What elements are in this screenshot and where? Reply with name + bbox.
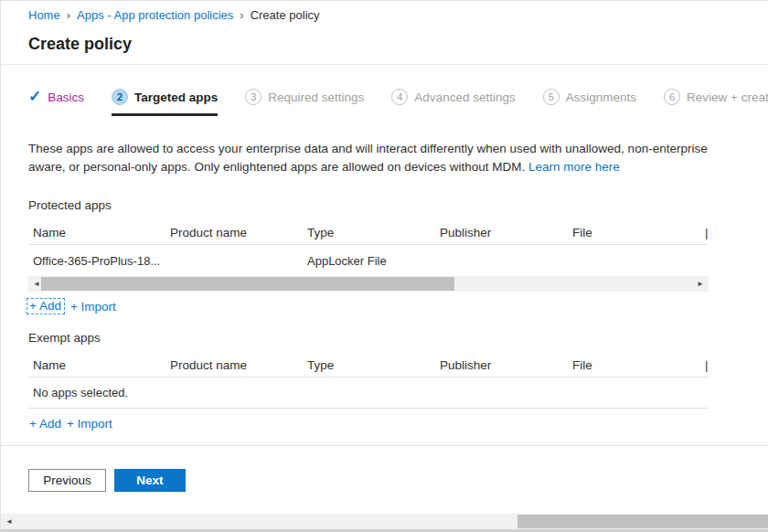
column-header-product-name: Product name: [165, 358, 303, 372]
truncated-column-header: |: [700, 358, 709, 372]
tab-assignments[interactable]: 5 Assignments: [543, 89, 636, 116]
protected-apps-table: Name Product name Type Publisher File | …: [28, 221, 709, 292]
scrollbar-thumb[interactable]: [517, 515, 768, 528]
column-header-file: File: [568, 226, 700, 239]
protected-apps-title: Protected apps: [28, 198, 768, 212]
tab-advanced-settings[interactable]: 4 Advanced settings: [391, 89, 515, 116]
column-header-product-name: Product name: [165, 226, 303, 239]
breadcrumb: Home › Apps - App protection policies › …: [1, 1, 768, 22]
tab-required-settings-label: Required settings: [268, 90, 364, 104]
scrollbar-thumb[interactable]: [41, 277, 454, 291]
step-number-badge: 6: [664, 89, 680, 105]
tab-review-create[interactable]: 6 Review + create: [664, 89, 768, 116]
step-number-badge: 4: [391, 89, 408, 105]
column-header-publisher: Publisher: [435, 226, 568, 239]
tab-description: These apps are allowed to access your en…: [28, 140, 741, 176]
column-header-name: Name: [28, 226, 165, 239]
column-header-publisher: Publisher: [435, 358, 568, 372]
truncated-column-header: |: [700, 226, 709, 239]
empty-table-message: No apps selected.: [28, 378, 709, 409]
tab-advanced-settings-label: Advanced settings: [414, 90, 515, 104]
page-title: Create policy: [28, 33, 768, 55]
column-header-name: Name: [28, 358, 165, 372]
previous-button[interactable]: Previous: [28, 469, 106, 492]
step-number-badge: 3: [245, 89, 261, 105]
exempt-apps-actions: + Add + Import: [27, 415, 768, 431]
wizard-tabs: ✓ Basics 2 Targeted apps 3 Required sett…: [28, 65, 768, 116]
column-header-file: File: [568, 358, 700, 372]
breadcrumb-link-home[interactable]: Home: [28, 8, 60, 22]
add-protected-app-link[interactable]: + Add: [27, 298, 65, 314]
protected-apps-actions: + Add + Import: [27, 298, 768, 314]
breadcrumb-current: Create policy: [251, 8, 320, 22]
tab-basics-label: Basics: [48, 90, 84, 104]
breadcrumb-link-app-protection-policies[interactable]: Apps - App protection policies: [77, 8, 233, 22]
scroll-right-icon[interactable]: ►: [692, 276, 709, 292]
exempt-apps-title: Exempt apps: [28, 331, 768, 345]
learn-more-link[interactable]: Learn more here: [528, 160, 620, 174]
tab-targeted-apps-label: Targeted apps: [134, 90, 218, 104]
page-horizontal-scrollbar[interactable]: ◄: [1, 514, 768, 529]
import-exempt-apps-link[interactable]: + Import: [67, 417, 112, 431]
table-header-row: Name Product name Type Publisher File |: [28, 221, 709, 245]
scroll-left-icon[interactable]: ◄: [1, 517, 17, 526]
column-header-type: Type: [303, 358, 435, 372]
table-header-row: Name Product name Type Publisher File |: [28, 354, 709, 378]
add-exempt-app-link[interactable]: + Add: [27, 417, 61, 431]
cell-name: Office-365-ProPlus-18...: [28, 254, 165, 268]
column-header-type: Type: [303, 226, 435, 239]
tab-targeted-apps[interactable]: 2 Targeted apps: [112, 89, 218, 116]
exempt-apps-table: Name Product name Type Publisher File | …: [28, 354, 709, 409]
table-row[interactable]: Office-365-ProPlus-18... AppLocker File: [28, 245, 709, 276]
tab-basics[interactable]: ✓ Basics: [28, 89, 84, 116]
step-number-badge: 5: [543, 89, 560, 105]
tab-assignments-label: Assignments: [566, 90, 636, 104]
footer-buttons: Previous Next: [28, 469, 768, 492]
next-button[interactable]: Next: [114, 469, 186, 492]
tab-review-create-label: Review + create: [687, 90, 768, 104]
tab-required-settings[interactable]: 3 Required settings: [245, 89, 364, 116]
check-icon: ✓: [28, 89, 41, 105]
cell-type: AppLocker File: [303, 254, 435, 268]
step-number-badge: 2: [112, 89, 128, 105]
footer-divider: [1, 445, 768, 446]
chevron-right-icon: ›: [67, 8, 70, 22]
chevron-right-icon: ›: [240, 8, 243, 22]
table-horizontal-scrollbar[interactable]: ◄ ►: [28, 276, 709, 292]
import-protected-apps-link[interactable]: + Import: [70, 300, 116, 314]
